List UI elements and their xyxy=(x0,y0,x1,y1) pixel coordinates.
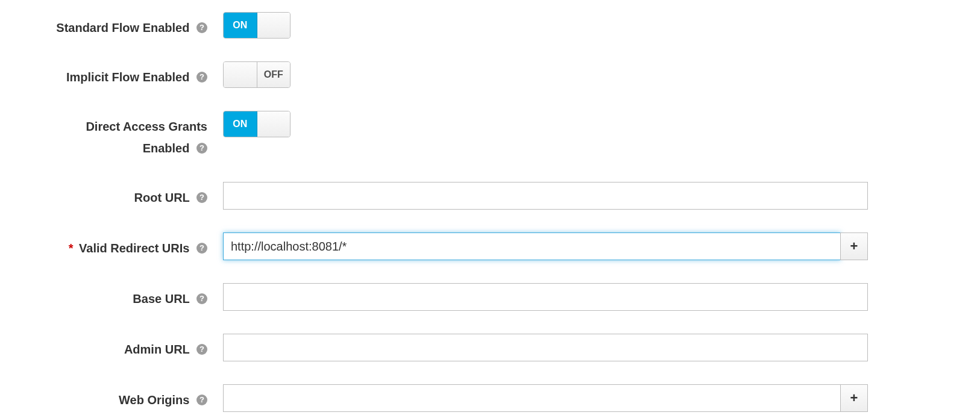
row-web-origins: Web Origins ? + xyxy=(36,384,944,412)
label-text: Base URL xyxy=(133,292,189,305)
label-valid-redirect: * Valid Redirect URIs ? xyxy=(36,232,223,259)
label-text: Web Origins xyxy=(119,393,189,407)
toggle-implicit-flow[interactable]: OFF xyxy=(223,61,291,88)
help-icon[interactable]: ? xyxy=(196,192,207,203)
row-direct-access: Direct Access Grants Enabled ? ON xyxy=(36,111,944,159)
required-marker: * xyxy=(69,242,74,255)
toggle-handle xyxy=(257,13,291,38)
input-valid-redirect[interactable] xyxy=(223,232,841,260)
row-admin-url: Admin URL ? xyxy=(36,334,944,361)
input-web-origins[interactable] xyxy=(223,384,841,412)
toggle-direct-access[interactable]: ON xyxy=(223,111,291,137)
add-web-origin-button[interactable]: + xyxy=(840,384,868,412)
label-direct-access: Direct Access Grants Enabled ? xyxy=(36,111,223,159)
help-icon[interactable]: ? xyxy=(196,72,207,83)
label-text: Root URL xyxy=(134,191,190,204)
row-base-url: Base URL ? xyxy=(36,283,944,311)
toggle-handle xyxy=(224,62,257,87)
label-text: Direct Access Grants Enabled xyxy=(86,120,207,155)
input-admin-url[interactable] xyxy=(223,334,868,361)
row-valid-redirect: * Valid Redirect URIs ? + xyxy=(36,232,944,260)
label-root-url: Root URL ? xyxy=(36,182,223,208)
label-admin-url: Admin URL ? xyxy=(36,334,223,360)
label-text: Valid Redirect URIs xyxy=(79,242,189,255)
label-web-origins: Web Origins ? xyxy=(36,384,223,411)
label-implicit-flow: Implicit Flow Enabled ? xyxy=(36,61,223,88)
row-root-url: Root URL ? xyxy=(36,182,944,210)
label-text: Admin URL xyxy=(124,343,190,356)
toggle-standard-flow[interactable]: ON xyxy=(223,12,291,39)
add-redirect-button[interactable]: + xyxy=(840,232,868,260)
label-standard-flow: Standard Flow Enabled ? xyxy=(36,12,223,39)
help-icon[interactable]: ? xyxy=(196,243,207,254)
label-text: Implicit Flow Enabled xyxy=(66,70,189,84)
toggle-on-label: ON xyxy=(224,111,257,137)
input-base-url[interactable] xyxy=(223,283,868,311)
label-text: Standard Flow Enabled xyxy=(56,21,189,34)
toggle-handle xyxy=(257,111,291,137)
help-icon[interactable]: ? xyxy=(196,293,207,304)
row-implicit-flow: Implicit Flow Enabled ? OFF xyxy=(36,61,944,88)
input-root-url[interactable] xyxy=(223,182,868,210)
help-icon[interactable]: ? xyxy=(196,344,207,355)
help-icon[interactable]: ? xyxy=(196,22,207,33)
label-base-url: Base URL ? xyxy=(36,283,223,310)
toggle-on-label: ON xyxy=(224,13,257,38)
row-standard-flow: Standard Flow Enabled ? ON xyxy=(36,12,944,39)
toggle-off-label: OFF xyxy=(257,62,291,87)
help-icon[interactable]: ? xyxy=(196,395,207,405)
help-icon[interactable]: ? xyxy=(196,143,207,154)
